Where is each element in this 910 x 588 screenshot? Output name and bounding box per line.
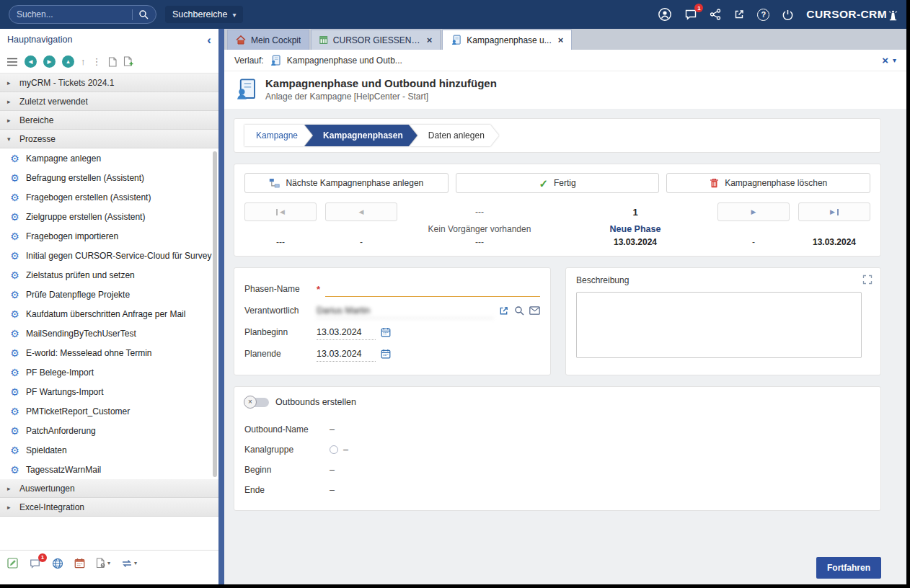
more-options-icon[interactable]: ⋮: [92, 57, 102, 66]
section-label: myCRM - Tickets 2024.1: [19, 78, 114, 88]
process-item[interactable]: ⚙Zielstatus prüfen und setzen: [0, 265, 218, 285]
wizard-step-kampagnenphasen[interactable]: Kampagnenphasen: [304, 125, 418, 146]
gear-icon: ⚙: [9, 153, 20, 164]
sidebar-scrollbar[interactable]: [213, 151, 217, 477]
search-scopes-button[interactable]: Suchbereiche ▾: [165, 6, 243, 23]
search-input[interactable]: [17, 9, 126, 19]
sidebar-section-prozesse[interactable]: ▾ Prozesse: [0, 130, 218, 148]
nav-up-icon[interactable]: ▲: [62, 55, 74, 68]
process-item[interactable]: ⚙Initial gegen CURSOR-Service-Cloud für …: [0, 246, 218, 265]
process-item[interactable]: ⚙PF Belege-Import: [0, 362, 218, 382]
gear-icon: ⚙: [9, 445, 20, 455]
next-phase-button[interactable]: ▶: [717, 202, 790, 221]
user-account-icon[interactable]: [658, 7, 672, 22]
nav-back-icon[interactable]: ◀: [25, 55, 37, 68]
phase-name-input[interactable]: [325, 281, 540, 297]
process-item[interactable]: ⚙Kampagne anlegen: [0, 148, 218, 168]
section-label: Prozesse: [19, 134, 56, 144]
process-item[interactable]: ⚙PMTicketReport_Customer: [0, 401, 218, 421]
process-item[interactable]: ⚙Fragebogen erstellen (Assistent): [0, 187, 218, 207]
tab-close-icon[interactable]: ×: [558, 35, 564, 45]
document-settings-icon[interactable]: ▾: [96, 558, 110, 569]
process-item[interactable]: ⚙MailSendingByTechUserTest: [0, 324, 218, 343]
process-item[interactable]: ⚙Prüfe Datenpflege Projekte: [0, 285, 218, 304]
process-item[interactable]: ⚙PF Wartungs-Import: [0, 382, 218, 401]
phase-actions-card: Nächste Kampagnenphase anlegen ✓ Fertig …: [234, 164, 881, 257]
process-item[interactable]: ⚙Zielgruppe erstellen (Assistent): [0, 207, 218, 226]
page-icon[interactable]: [108, 57, 117, 67]
tri-right-icon: ▸: [7, 79, 14, 86]
menu-icon[interactable]: [6, 58, 18, 66]
plan-end-value[interactable]: 13.03.2024: [317, 346, 376, 362]
process-item-label: PMTicketReport_Customer: [26, 406, 130, 416]
finish-button[interactable]: ✓ Fertig: [456, 173, 660, 193]
tab-close-icon[interactable]: ×: [427, 35, 433, 45]
responsible-value[interactable]: Darius Martin: [317, 303, 493, 318]
history-entry[interactable]: Kampagnenphase und Outb...: [287, 55, 402, 66]
nav-forward-icon[interactable]: ▶: [43, 55, 56, 68]
global-search[interactable]: [9, 5, 156, 24]
tab-mein-cockpit[interactable]: Mein Cockpit: [227, 30, 309, 50]
process-item[interactable]: ⚙Fragebogen importieren: [0, 226, 218, 246]
web-search-icon[interactable]: [52, 558, 63, 569]
open-record-icon[interactable]: [498, 306, 509, 316]
chevron-down-icon[interactable]: ▾: [893, 56, 896, 64]
channel-group-radio[interactable]: [330, 445, 338, 454]
tab-label: Mein Cockpit: [251, 35, 301, 45]
open-external-icon[interactable]: [733, 9, 745, 20]
notifications-icon[interactable]: 1: [684, 8, 697, 21]
wizard-step-kampagne[interactable]: Kampagne: [244, 125, 312, 146]
move-up-icon[interactable]: ↑: [81, 57, 86, 66]
process-item[interactable]: ⚙TagessatzWarnMail: [0, 460, 218, 479]
sidebar-section-bereiche[interactable]: ▸ Bereiche: [0, 111, 218, 130]
sidebar-splitter[interactable]: [218, 29, 224, 584]
button-label: Nächste Kampagnenphase anlegen: [286, 178, 423, 188]
lookup-search-icon[interactable]: [514, 306, 524, 316]
sidebar-section-zuletzt[interactable]: ▸ Zuletzt verwendet: [0, 92, 218, 111]
sidebar-section-auswertungen[interactable]: ▸ Auswertungen: [0, 479, 218, 498]
description-textarea[interactable]: [576, 292, 862, 358]
mail-icon[interactable]: [529, 306, 540, 315]
gear-icon: ⚙: [9, 173, 20, 183]
delete-phase-button[interactable]: Kampagnenphase löschen: [666, 173, 870, 193]
tab-label: Kampagnenphase u...: [467, 35, 551, 45]
calendar-icon[interactable]: [74, 558, 85, 569]
gear-icon: ⚙: [9, 290, 20, 300]
gear-icon: ⚙: [9, 270, 20, 280]
outbound-toggle[interactable]: ×: [247, 398, 269, 407]
sync-icon[interactable]: ▾: [121, 559, 137, 568]
chevron-down-icon: ▾: [134, 560, 137, 566]
share-icon[interactable]: [710, 9, 721, 20]
tab-kampagnenphase[interactable]: Kampagnenphase u... ×: [442, 30, 572, 50]
last-phase-button[interactable]: ▶: [798, 202, 870, 221]
new-page-icon[interactable]: [123, 56, 133, 67]
create-next-phase-button[interactable]: Nächste Kampagnenphase anlegen: [244, 173, 449, 193]
wizard-step-daten-anlegen[interactable]: Daten anlegen: [410, 125, 499, 146]
process-item[interactable]: ⚙PatchAnforderung: [0, 421, 218, 440]
continue-button[interactable]: Fortfahren: [816, 557, 881, 579]
chevron-down-icon: ▾: [107, 560, 110, 566]
process-item[interactable]: ⚙Kaufdatum überschritten Anfrage per Mai…: [0, 304, 218, 324]
sidebar-section-mycrm[interactable]: ▸ myCRM - Tickets 2024.1: [0, 74, 218, 92]
first-phase-button[interactable]: ◀: [244, 202, 317, 221]
calendar-picker-icon[interactable]: [381, 349, 391, 359]
close-history-icon[interactable]: ×: [882, 55, 888, 66]
current-phase-date: 13.03.2024: [562, 237, 709, 247]
plan-start-value[interactable]: 13.03.2024: [317, 324, 376, 340]
calendar-picker-icon[interactable]: [381, 327, 391, 337]
sidebar-section-excel[interactable]: ▸ Excel-Integration: [0, 498, 218, 517]
search-icon[interactable]: [138, 9, 149, 19]
logout-power-icon[interactable]: [782, 9, 794, 21]
process-item[interactable]: ⚙Spieldaten: [0, 440, 218, 460]
process-item[interactable]: ⚙Befragung erstellen (Assistent): [0, 168, 218, 187]
tri-right-icon: ▸: [7, 504, 14, 511]
messages-icon[interactable]: 1: [29, 558, 41, 569]
collapse-sidebar-icon[interactable]: ‹: [207, 34, 211, 46]
process-item[interactable]: ⚙E-world: Messelead ohne Termin: [0, 343, 218, 362]
gear-icon: ⚙: [9, 348, 20, 358]
help-icon[interactable]: ?: [757, 9, 769, 21]
previous-phase-button[interactable]: ◀: [325, 202, 397, 221]
expand-icon[interactable]: [862, 275, 873, 288]
edit-note-icon[interactable]: [7, 558, 18, 569]
tab-cursor-giessen[interactable]: CURSOR GIESSEN, Gi... ×: [311, 30, 441, 50]
